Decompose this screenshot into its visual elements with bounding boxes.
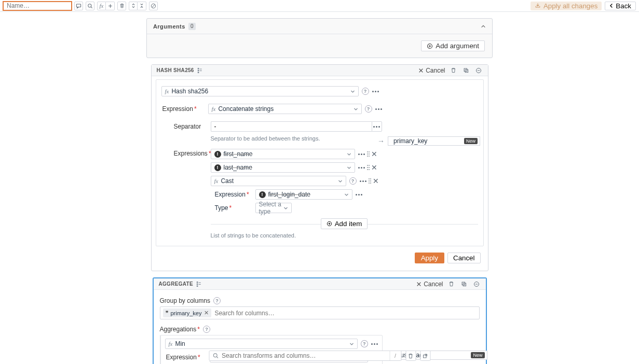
cast-expression-value: first_login_date [268, 191, 310, 198]
hash-cancel-label: Cancel [426, 67, 445, 74]
duplicate-icon[interactable] [462, 66, 470, 75]
svg-rect-8 [199, 71, 201, 71]
delete-icon[interactable] [447, 280, 456, 288]
aggregations-label: Aggregations* ? [160, 326, 480, 333]
disable-icon[interactable] [149, 2, 158, 10]
cast-fn-select[interactable]: fx Cast [211, 176, 346, 186]
help-icon[interactable]: ? [365, 105, 372, 113]
hash-title: HASH SHA256 [157, 67, 194, 73]
top-toolbar: fx Apply all changes Back [0, 0, 639, 12]
search-icon[interactable] [86, 2, 94, 10]
expression-label: Expression* [161, 105, 208, 113]
search-transforms-input[interactable] [222, 352, 389, 359]
add-item-button[interactable]: Add item [321, 218, 368, 229]
help-icon[interactable]: ? [213, 297, 221, 304]
chevron-down-icon [350, 90, 355, 93]
collapse-icon[interactable] [138, 2, 146, 10]
help-icon[interactable]: ? [361, 340, 368, 347]
column-icon: ! [214, 164, 221, 171]
concat-fn-select[interactable]: fx Concatenate strings [208, 104, 362, 114]
add-argument-button[interactable]: Add argument [421, 40, 485, 51]
popout-icon[interactable] [420, 351, 430, 361]
min-fn-select[interactable]: fx Min [165, 339, 358, 349]
back-button[interactable]: Back [605, 2, 636, 10]
hash-output[interactable]: primary_key New [388, 136, 480, 146]
arguments-card: Arguments 0 Add argument [146, 18, 493, 58]
more-icon[interactable] [372, 121, 382, 132]
aggregate-cancel-label: Cancel [424, 281, 443, 288]
delete-icon[interactable] [117, 2, 126, 10]
more-icon[interactable] [371, 343, 378, 345]
plus-circle-icon [427, 43, 433, 49]
more-icon[interactable] [356, 194, 362, 195]
expressions-label: Expressions* [161, 149, 211, 157]
chevron-down-icon [338, 179, 343, 183]
separator-label: Separator [161, 123, 211, 130]
hash-output-name: primary_key [393, 137, 460, 145]
comment-icon[interactable] [74, 2, 83, 10]
more-icon[interactable] [372, 91, 379, 92]
fx-icon[interactable]: fx [97, 2, 106, 10]
arguments-title: Arguments [153, 23, 185, 30]
drag-handle-icon[interactable] [369, 178, 370, 184]
help-icon[interactable]: ? [349, 177, 357, 185]
help-icon[interactable]: ? [362, 88, 369, 95]
schema-icon[interactable] [196, 281, 201, 287]
expression-item[interactable]: ! first_name [211, 149, 355, 159]
drag-handle-icon[interactable] [367, 151, 368, 157]
close-icon [418, 68, 424, 73]
arrow-right-icon: → [377, 137, 385, 145]
plus-circle-icon [327, 221, 332, 227]
delete-icon[interactable] [450, 66, 458, 75]
more-icon[interactable] [375, 108, 382, 110]
apply-all-button[interactable]: Apply all changes [531, 2, 602, 10]
groupby-chip[interactable]: ❞ primary_key ✕ [163, 309, 212, 317]
chevron-down-icon [347, 152, 351, 156]
chip-remove-icon[interactable]: ✕ [204, 310, 209, 316]
groupby-search[interactable] [214, 310, 476, 317]
cast-type-placeholder: Select a type [259, 201, 282, 215]
chevron-left-icon [609, 3, 614, 8]
plus-icon[interactable] [106, 2, 115, 10]
expression-item[interactable]: ! last_name [211, 162, 355, 173]
svg-rect-6 [198, 72, 199, 73]
svg-point-1 [88, 4, 91, 7]
schema-icon[interactable] [197, 67, 202, 74]
search-transforms[interactable]: / [209, 351, 401, 361]
remove-item-icon[interactable]: ✕ [373, 177, 379, 185]
cast-expression-select[interactable]: ! first_login_date [255, 189, 352, 200]
cast-type-select[interactable]: Select a type [255, 203, 292, 213]
disable-icon[interactable] [474, 66, 483, 75]
fx-icon: fx [169, 341, 173, 347]
remove-item-icon[interactable]: ✕ [371, 164, 377, 171]
chevron-up-icon[interactable] [481, 24, 486, 29]
separator-input[interactable] [211, 121, 372, 132]
fx-icon: fx [165, 88, 169, 94]
column-icon: ! [214, 151, 221, 158]
chevron-down-icon [283, 206, 288, 210]
svg-rect-16 [198, 282, 200, 283]
cancel-button[interactable]: Cancel [447, 253, 481, 263]
more-icon[interactable] [358, 153, 365, 155]
groupby-input[interactable]: ❞ primary_key ✕ [160, 306, 480, 319]
hash-cancel-link[interactable]: Cancel [418, 67, 445, 74]
more-icon[interactable] [360, 180, 366, 182]
aggregate-cancel-link[interactable]: Cancel [416, 281, 443, 288]
min-fn-label: Min [175, 340, 185, 347]
chip-label: primary_key [171, 310, 202, 316]
help-icon[interactable]: ? [203, 326, 210, 333]
search-icon [212, 353, 219, 359]
delete-icon[interactable] [405, 351, 416, 361]
svg-rect-4 [198, 68, 199, 69]
name-input[interactable] [3, 2, 72, 10]
remove-item-icon[interactable]: ✕ [371, 150, 377, 158]
more-icon[interactable] [358, 167, 365, 169]
hash-fn-select[interactable]: fx Hash sha256 [161, 86, 359, 96]
svg-rect-10 [465, 69, 468, 73]
duplicate-icon[interactable] [460, 280, 468, 288]
expand-icon[interactable] [129, 2, 138, 10]
disable-icon[interactable] [472, 280, 481, 288]
expression-value: last_name [224, 164, 252, 171]
apply-button[interactable]: Apply [415, 253, 444, 263]
drag-handle-icon[interactable] [367, 165, 368, 170]
